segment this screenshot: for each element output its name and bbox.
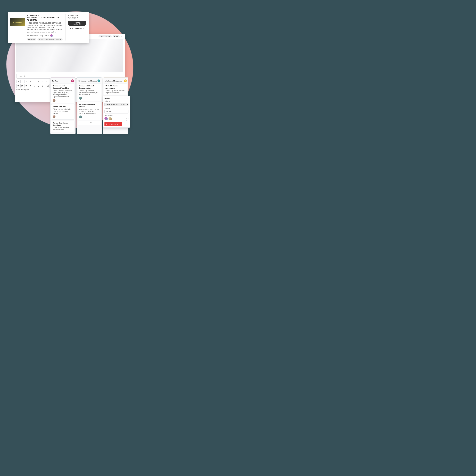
- add-card-label: Card: [89, 122, 92, 124]
- group-meta: 6 Members Group Admins:: [27, 34, 63, 37]
- collapse-icon[interactable]: [121, 35, 123, 37]
- link-button[interactable]: [41, 84, 44, 88]
- card-details-popover: Details Column Development and Prototypi…: [103, 96, 130, 128]
- trash-icon[interactable]: [126, 111, 127, 112]
- plus-icon: [86, 122, 88, 124]
- card-title: Brainstorm and Document Your Idea: [53, 85, 73, 89]
- column-count: 2: [124, 80, 127, 82]
- more-information-button[interactable]: More information: [68, 27, 84, 30]
- group-side-panel: Accessibility After approval by administ…: [65, 14, 86, 40]
- tag: Consulting: [27, 38, 36, 40]
- color-button[interactable]: [37, 84, 40, 88]
- apply-membership-button[interactable]: Apply for membership: [68, 20, 86, 26]
- svg-point-12: [126, 118, 127, 119]
- group-tags: Consulting Strategy & Management consult…: [27, 38, 63, 40]
- indent-decrease-button[interactable]: [24, 84, 28, 88]
- kanban-card[interactable]: Brainstorm and Document Your Idea Create…: [51, 84, 75, 103]
- bold-button[interactable]: B: [16, 80, 20, 83]
- column-header: Intellectual Propert... 2: [103, 78, 128, 84]
- card-title: Technical Feasibility Review: [79, 103, 100, 108]
- details-title: Details: [104, 97, 110, 99]
- user-plus-icon: [126, 118, 127, 119]
- card-avatar: [79, 97, 82, 100]
- strike-button[interactable]: S: [29, 80, 32, 83]
- kanban-card[interactable]: Market Potential Assessment Submit any m…: [104, 84, 127, 95]
- column-count: 2: [98, 80, 100, 82]
- group-title-line2: THE BUSINESS NETWORK BY NERDS FOR NERDS: [27, 17, 60, 21]
- list-unordered-button[interactable]: [20, 84, 24, 88]
- thumbnail-text: HYPERNERDS: [13, 22, 22, 23]
- add-card-button[interactable]: Card: [78, 121, 101, 125]
- italic-button[interactable]: I: [20, 80, 24, 83]
- hero-image-placeholder[interactable]: [16, 39, 123, 72]
- kanban-column-evaluation: Evaluation and Scree... 2 Prepare Additi…: [77, 77, 102, 134]
- card-desc: Provide any additional information reque…: [79, 90, 100, 96]
- group-title-line1: HYPERNERDS: [27, 15, 39, 17]
- delete-label: Delete Card: [109, 123, 118, 125]
- kanban-card[interactable]: Prepare Additional Documentation Provide…: [78, 84, 101, 101]
- card-desc: Ensure your submission meets all criteri…: [53, 127, 73, 131]
- column-count: 4: [71, 80, 74, 82]
- member-avatar[interactable]: [108, 117, 112, 120]
- details-header: Details: [104, 97, 128, 99]
- card-title: Prepare Additional Documentation: [79, 85, 100, 89]
- card-desc: Fill out the Idea Submission Form on the…: [53, 108, 73, 114]
- admin-avatar: [50, 34, 53, 37]
- column-title: To-Dos: [52, 80, 58, 82]
- column-header: To-Dos 4: [51, 78, 75, 84]
- card-avatar: [53, 99, 55, 102]
- deadline-label: Deadline: [104, 107, 128, 109]
- image-button[interactable]: [46, 84, 50, 88]
- accessibility-title: Accessibility: [68, 14, 86, 16]
- header-pills: System Section Active: [99, 35, 123, 37]
- clear-format-button[interactable]: [33, 84, 36, 88]
- card-title: Review Submission Guidelines: [53, 122, 73, 126]
- members-icon: [27, 35, 29, 36]
- card-desc: Submit any market research or potential …: [105, 90, 126, 94]
- indent-increase-button[interactable]: [29, 84, 32, 88]
- column-select[interactable]: Development and Prototyping: [104, 102, 128, 106]
- info-icon: [111, 115, 113, 116]
- subscript-button[interactable]: x₂: [45, 80, 48, 83]
- column-header: Evaluation and Scree... 2: [77, 78, 102, 84]
- kanban-card[interactable]: Review Submission Guidelines Ensure your…: [51, 120, 75, 132]
- group-description: HYPERNERDS - THE BUSINESS NETWORK BY NER…: [27, 22, 63, 33]
- svg-point-0: [28, 35, 28, 36]
- kanban-card[interactable]: Submit Your Idea Fill out the Idea Submi…: [51, 104, 75, 119]
- list-ordered-button[interactable]: [16, 84, 20, 88]
- members-label: Members: [104, 115, 128, 116]
- tag: Strategy & Management consulting: [37, 38, 63, 40]
- active-pill: Active: [113, 35, 120, 37]
- deadline-input[interactable]: 19/7/2024: [104, 110, 128, 114]
- kanban-column-todos: To-Dos 4 Brainstorm and Document Your Id…: [51, 77, 76, 134]
- delete-card-button[interactable]: Delete Card: [104, 122, 122, 126]
- card-desc: Work with TechTrans experts to conduct a…: [79, 108, 100, 115]
- card-title: Market Potential Assessment: [105, 85, 126, 89]
- chevron-down-icon: [119, 123, 120, 125]
- card-avatar: [79, 116, 82, 118]
- kanban-card[interactable]: Technical Feasibility Review Work with T…: [78, 102, 101, 119]
- group-card: HYPERNERDS HYPERNERDS THE BUSINESS NETWO…: [8, 12, 89, 43]
- card-desc: Create a detailed description of your te…: [53, 90, 73, 98]
- group-thumbnail: HYPERNERDS: [10, 18, 25, 26]
- deadline-value: 19/7/2024: [106, 111, 112, 112]
- code-button[interactable]: { }: [33, 80, 36, 83]
- member-avatar[interactable]: [104, 117, 108, 120]
- svg-point-1: [28, 35, 28, 36]
- code-block-button[interactable]: {!}: [37, 80, 40, 83]
- superscript-button[interactable]: x²: [41, 80, 44, 83]
- accessibility-subtitle: After approval by administrator: [68, 17, 86, 19]
- underline-button[interactable]: U: [24, 80, 28, 83]
- admins-label: Group Admins:: [39, 35, 49, 36]
- add-member-button[interactable]: [125, 117, 128, 120]
- column-title: Evaluation and Scree...: [78, 80, 97, 82]
- column-title: Intellectual Propert...: [105, 80, 122, 82]
- column-label: Column: [104, 100, 128, 102]
- group-body: HYPERNERDS THE BUSINESS NETWORK BY NERDS…: [27, 14, 63, 40]
- card-title: Submit Your Idea: [53, 106, 73, 108]
- collapse-icon[interactable]: [127, 98, 128, 99]
- trash-icon: [106, 123, 108, 125]
- group-title: HYPERNERDS THE BUSINESS NETWORK BY NERDS…: [27, 14, 63, 21]
- system-section-pill: System Section: [99, 35, 112, 37]
- members-count: 6 Members: [30, 35, 38, 36]
